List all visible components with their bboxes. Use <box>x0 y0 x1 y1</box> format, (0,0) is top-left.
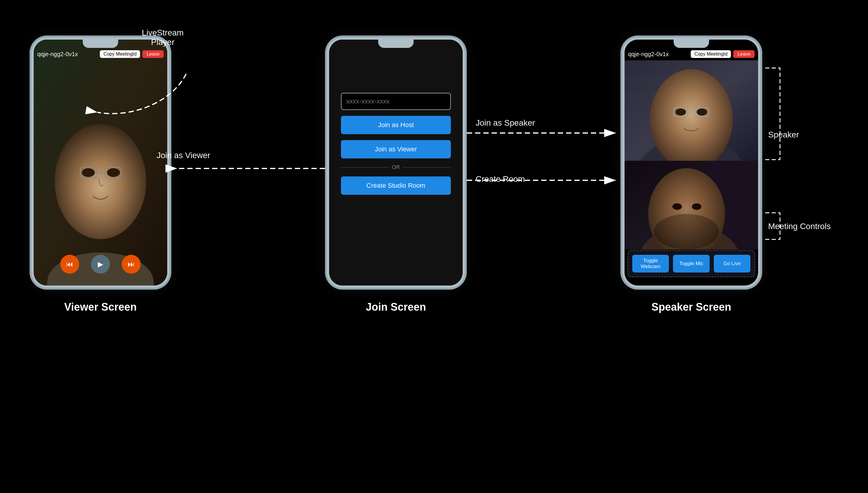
speaker-meeting-id: qqje-ngg2-0v1x <box>628 51 688 58</box>
viewer-copy-btn[interactable]: Copy MeetingId <box>100 50 140 58</box>
toggle-mic-btn[interactable]: Toggle Mic <box>673 255 710 273</box>
speaker-phone: qqje-ngg2-0v1x Copy MeetingId Leave Togg… <box>620 36 762 290</box>
svg-point-14 <box>675 108 686 115</box>
meeting-controls-label: Meeting Controls <box>768 222 831 231</box>
speaker-video-top <box>625 60 758 161</box>
join-viewer-btn[interactable]: Join as Viewer <box>341 140 451 158</box>
speaker-notch <box>674 40 709 48</box>
viewer-screen-label: Viewer Screen <box>64 301 137 313</box>
svg-point-2 <box>55 124 146 239</box>
join-screen-label: Join Screen <box>366 301 426 313</box>
svg-point-25 <box>692 203 702 210</box>
join-host-btn[interactable]: Join as Host <box>341 116 451 134</box>
speaker-leave-btn[interactable]: Leave <box>733 50 755 58</box>
join-notch <box>378 40 414 48</box>
play-icon: ▶ <box>98 260 103 269</box>
join-as-viewer-label: Join as Viewer <box>157 151 210 160</box>
skip-forward-icon: ⏭ <box>128 260 135 269</box>
toggle-webcam-btn[interactable]: Toggle Webcam <box>632 255 669 273</box>
speaker-top-bar: qqje-ngg2-0v1x Copy MeetingId Leave <box>628 50 755 58</box>
create-room-btn[interactable]: Create Studio Room <box>341 176 451 195</box>
viewer-phone: qqje-ngg2-0v1x Copy MeetingId Leave ⏮ ▶ … <box>29 36 171 290</box>
join-as-speaker-label: Join as Speaker <box>476 118 535 128</box>
meeting-id-input[interactable] <box>341 93 451 110</box>
speaker-video-bottom <box>625 161 758 250</box>
svg-point-24 <box>672 203 682 210</box>
skip-back-btn[interactable]: ⏮ <box>60 255 79 274</box>
speaker-copy-btn[interactable]: Copy MeetingId <box>691 50 731 58</box>
svg-point-15 <box>697 108 707 115</box>
or-label: OR <box>392 164 400 171</box>
viewer-top-bar: qqje-ngg2-0v1x Copy MeetingId Leave <box>37 50 164 58</box>
speaker-screen-label: Speaker Screen <box>651 301 731 313</box>
viewer-leave-btn[interactable]: Leave <box>142 50 164 58</box>
create-room-label: Create Room <box>476 174 525 184</box>
skip-back-icon: ⏮ <box>66 260 73 269</box>
or-divider: OR <box>341 164 451 171</box>
viewer-meeting-id: qqje-ngg2-0v1x <box>37 51 97 58</box>
svg-point-4 <box>107 168 120 177</box>
livestream-player-label: LiveStream Player <box>142 28 184 47</box>
svg-point-23 <box>654 214 719 250</box>
go-live-btn[interactable]: Go Live <box>714 255 751 273</box>
skip-forward-btn[interactable]: ⏭ <box>122 255 141 274</box>
viewer-video-bg <box>34 40 167 285</box>
play-btn[interactable]: ▶ <box>91 255 110 274</box>
join-phone: Join as Host Join as Viewer OR Create St… <box>325 36 467 290</box>
viewer-controls: ⏮ ▶ ⏭ <box>60 255 141 274</box>
speaker-label: Speaker <box>768 130 799 140</box>
join-content: Join as Host Join as Viewer OR Create St… <box>341 93 451 195</box>
svg-point-3 <box>82 168 95 177</box>
meeting-controls-bar: Toggle Webcam Toggle Mic Go Live <box>627 250 755 277</box>
viewer-notch <box>83 40 118 48</box>
